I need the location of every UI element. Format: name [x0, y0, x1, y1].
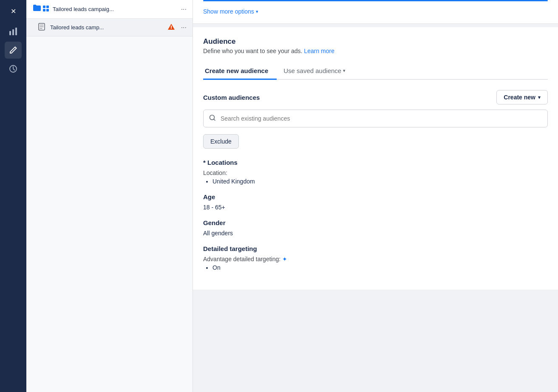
svg-rect-2 — [15, 28, 17, 35]
custom-audiences-header: Custom audiences Create new ▾ — [203, 90, 548, 104]
progress-divider — [203, 0, 548, 1]
campaign-title: Tailored leads campaig... — [53, 6, 178, 12]
campaign-item-top[interactable]: Tailored leads campaig... ··· — [26, 0, 193, 19]
campaign-more-button[interactable]: ··· — [181, 6, 187, 13]
create-new-chevron-icon: ▾ — [538, 95, 541, 100]
adset-more-button[interactable]: ··· — [181, 24, 187, 31]
show-more-link[interactable]: Show more options ▾ — [203, 8, 548, 15]
tab-use-saved[interactable]: Use saved audience ▾ — [277, 63, 347, 80]
age-value: 18 - 65+ — [203, 204, 548, 211]
show-more-label: Show more options — [203, 8, 254, 15]
tab-create-new[interactable]: Create new audience — [203, 63, 277, 80]
gender-section: Gender All genders — [203, 219, 548, 237]
exclude-button[interactable]: Exclude — [203, 134, 239, 149]
svg-rect-0 — [9, 31, 11, 35]
learn-more-link[interactable]: Learn more — [304, 48, 334, 54]
detailed-targeting-label: Detailed targeting — [203, 245, 548, 252]
audience-section: Audience Define who you want to see your… — [193, 27, 558, 290]
svg-rect-6 — [43, 9, 45, 11]
svg-rect-5 — [46, 6, 49, 8]
adset-title: Tailored leads camp... — [50, 24, 164, 31]
show-more-chevron: ▾ — [256, 9, 258, 14]
custom-audiences-title: Custom audiences — [203, 94, 260, 101]
advantage-star-icon: ✦ — [282, 256, 287, 262]
locations-label: * Locations — [203, 159, 548, 166]
clock-nav-icon[interactable] — [5, 60, 22, 77]
search-audiences-input[interactable] — [203, 110, 548, 127]
warning-icon — [167, 23, 175, 31]
top-section: Show more options ▾ — [193, 0, 558, 24]
svg-point-9 — [171, 28, 172, 29]
campaign-sidebar: Tailored leads campaig... ··· Tailored l… — [26, 0, 193, 392]
main-content: Show more options ▾ Audience Define who … — [193, 0, 558, 392]
create-new-button[interactable]: Create new ▾ — [496, 90, 548, 104]
detailed-targeting-item: On — [212, 264, 548, 271]
audience-tabs: Create new audience Use saved audience ▾ — [203, 63, 548, 80]
detailed-targeting-list: On — [203, 264, 548, 271]
audience-title: Audience — [203, 37, 548, 46]
location-item: United Kingdom — [212, 178, 548, 185]
locations-section: * Locations Location: United Kingdom — [203, 159, 548, 185]
doc-icon — [38, 23, 45, 32]
svg-rect-7 — [46, 9, 49, 11]
folder-icon — [32, 4, 41, 14]
detailed-targeting-sublabel: Advantage detailed targeting: ✦ — [203, 256, 548, 262]
svg-rect-4 — [43, 6, 45, 8]
svg-rect-1 — [12, 29, 14, 35]
chart-nav-icon[interactable] — [5, 23, 22, 40]
chevron-down-icon: ▾ — [343, 68, 346, 73]
grid-icon — [42, 5, 49, 13]
search-container — [203, 110, 548, 127]
gender-value: All genders — [203, 230, 548, 237]
icon-sidebar: ✕ — [0, 0, 26, 392]
detailed-targeting-section: Detailed targeting Advantage detailed ta… — [203, 245, 548, 271]
locations-list: United Kingdom — [203, 178, 548, 185]
adset-item[interactable]: Tailored leads camp... ··· — [26, 19, 193, 37]
edit-nav-icon[interactable] — [5, 42, 22, 59]
gender-label: Gender — [203, 219, 548, 226]
close-button[interactable]: ✕ — [6, 4, 20, 18]
audience-subtitle: Define who you want to see your ads. Lea… — [203, 48, 548, 54]
location-sublabel: Location: — [203, 169, 548, 176]
search-icon — [209, 115, 216, 123]
age-label: Age — [203, 193, 548, 200]
age-section: Age 18 - 65+ — [203, 193, 548, 211]
